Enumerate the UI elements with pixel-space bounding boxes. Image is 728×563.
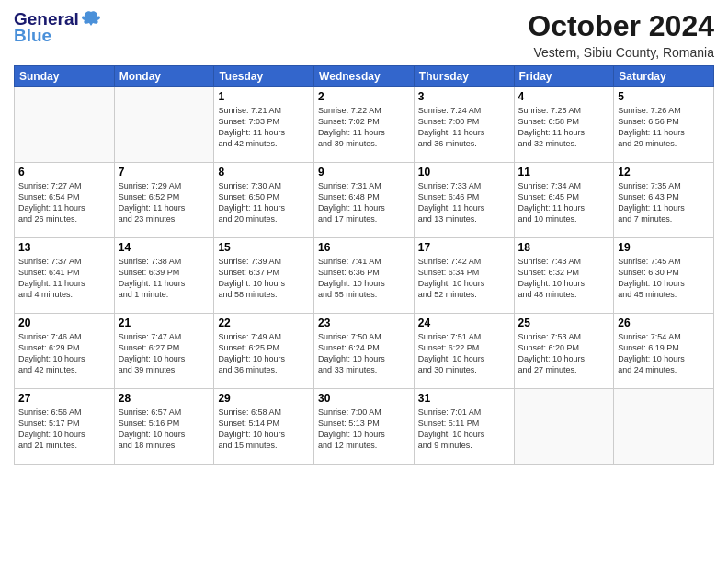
day-info: Sunrise: 7:00 AMSunset: 5:13 PMDaylight:… [318,407,410,452]
day-info: Sunrise: 7:33 AMSunset: 6:46 PMDaylight:… [418,180,510,225]
day-info: Sunrise: 7:41 AMSunset: 6:36 PMDaylight:… [318,256,410,301]
title-section: October 2024 Vestem, Sibiu County, Roman… [528,9,714,60]
header: General Blue October 2024 Vestem, Sibiu … [14,9,714,60]
calendar-week-row: 20Sunrise: 7:46 AMSunset: 6:29 PMDayligh… [15,314,714,389]
day-number: 9 [318,166,410,178]
location: Vestem, Sibiu County, Romania [528,45,714,60]
day-info: Sunrise: 7:47 AMSunset: 6:27 PMDaylight:… [119,331,210,376]
day-info: Sunrise: 7:30 AMSunset: 6:50 PMDaylight:… [218,180,310,225]
table-row: 29Sunrise: 6:58 AMSunset: 5:14 PMDayligh… [214,389,314,465]
day-number: 11 [518,166,610,178]
table-row: 28Sunrise: 6:57 AMSunset: 5:16 PMDayligh… [114,389,214,465]
table-row: 15Sunrise: 7:39 AMSunset: 6:37 PMDayligh… [214,238,314,314]
day-info: Sunrise: 7:21 AMSunset: 7:03 PMDaylight:… [218,105,310,150]
day-info: Sunrise: 7:42 AMSunset: 6:34 PMDaylight:… [418,256,510,301]
table-row: 25Sunrise: 7:53 AMSunset: 6:20 PMDayligh… [514,314,614,389]
table-row: 1Sunrise: 7:21 AMSunset: 7:03 PMDaylight… [214,87,314,163]
logo-blue: Blue [14,26,51,46]
day-number: 4 [518,90,610,103]
day-info: Sunrise: 7:34 AMSunset: 6:45 PMDaylight:… [518,180,610,225]
header-wednesday: Wednesday [314,66,415,87]
day-number: 6 [18,166,110,178]
day-number: 22 [218,316,310,329]
table-row [614,389,714,465]
table-row: 16Sunrise: 7:41 AMSunset: 6:36 PMDayligh… [314,238,415,314]
day-info: Sunrise: 7:38 AMSunset: 6:39 PMDaylight:… [119,256,210,301]
table-row: 8Sunrise: 7:30 AMSunset: 6:50 PMDaylight… [214,163,314,238]
table-row: 26Sunrise: 7:54 AMSunset: 6:19 PMDayligh… [614,314,714,389]
day-number: 31 [418,392,510,405]
day-info: Sunrise: 7:51 AMSunset: 6:22 PMDaylight:… [418,331,510,376]
table-row: 23Sunrise: 7:50 AMSunset: 6:24 PMDayligh… [314,314,415,389]
table-row: 27Sunrise: 6:56 AMSunset: 5:17 PMDayligh… [15,389,115,465]
month-title: October 2024 [528,9,714,43]
day-number: 24 [418,316,510,329]
table-row: 31Sunrise: 7:01 AMSunset: 5:11 PMDayligh… [414,389,514,465]
day-info: Sunrise: 7:26 AMSunset: 6:56 PMDaylight:… [618,105,710,150]
calendar-week-row: 6Sunrise: 7:27 AMSunset: 6:54 PMDaylight… [15,163,714,238]
day-number: 12 [618,166,710,178]
header-monday: Monday [114,66,214,87]
day-number: 26 [618,316,710,329]
header-sunday: Sunday [15,66,115,87]
day-info: Sunrise: 7:37 AMSunset: 6:41 PMDaylight:… [18,256,110,301]
header-tuesday: Tuesday [214,66,314,87]
day-info: Sunrise: 7:39 AMSunset: 6:37 PMDaylight:… [218,256,310,301]
day-info: Sunrise: 7:46 AMSunset: 6:29 PMDaylight:… [18,331,110,376]
table-row: 9Sunrise: 7:31 AMSunset: 6:48 PMDaylight… [314,163,415,238]
day-number: 15 [218,241,310,254]
table-row: 12Sunrise: 7:35 AMSunset: 6:43 PMDayligh… [614,163,714,238]
table-row: 20Sunrise: 7:46 AMSunset: 6:29 PMDayligh… [15,314,115,389]
day-number: 21 [119,316,210,329]
table-row: 14Sunrise: 7:38 AMSunset: 6:39 PMDayligh… [114,238,214,314]
table-row: 7Sunrise: 7:29 AMSunset: 6:52 PMDaylight… [114,163,214,238]
table-row: 21Sunrise: 7:47 AMSunset: 6:27 PMDayligh… [114,314,214,389]
day-info: Sunrise: 7:31 AMSunset: 6:48 PMDaylight:… [318,180,410,225]
table-row: 4Sunrise: 7:25 AMSunset: 6:58 PMDaylight… [514,87,614,163]
calendar-week-row: 1Sunrise: 7:21 AMSunset: 7:03 PMDaylight… [15,87,714,163]
table-row: 3Sunrise: 7:24 AMSunset: 7:00 PMDaylight… [414,87,514,163]
day-info: Sunrise: 7:54 AMSunset: 6:19 PMDaylight:… [618,331,710,376]
table-row: 13Sunrise: 7:37 AMSunset: 6:41 PMDayligh… [15,238,115,314]
day-info: Sunrise: 6:57 AMSunset: 5:16 PMDaylight:… [119,407,210,452]
table-row: 19Sunrise: 7:45 AMSunset: 6:30 PMDayligh… [614,238,714,314]
table-row: 5Sunrise: 7:26 AMSunset: 6:56 PMDaylight… [614,87,714,163]
table-row: 24Sunrise: 7:51 AMSunset: 6:22 PMDayligh… [414,314,514,389]
calendar: Sunday Monday Tuesday Wednesday Thursday… [14,65,714,465]
day-info: Sunrise: 7:27 AMSunset: 6:54 PMDaylight:… [18,180,110,225]
day-number: 10 [418,166,510,178]
day-info: Sunrise: 7:25 AMSunset: 6:58 PMDaylight:… [518,105,610,150]
calendar-week-row: 27Sunrise: 6:56 AMSunset: 5:17 PMDayligh… [15,389,714,465]
day-info: Sunrise: 6:56 AMSunset: 5:17 PMDaylight:… [18,407,110,452]
header-saturday: Saturday [614,66,714,87]
day-number: 28 [119,392,210,405]
day-number: 14 [119,241,210,254]
table-row [15,87,115,163]
day-number: 25 [518,316,610,329]
table-row [114,87,214,163]
day-number: 13 [18,241,110,254]
day-info: Sunrise: 7:53 AMSunset: 6:20 PMDaylight:… [518,331,610,376]
table-row: 18Sunrise: 7:43 AMSunset: 6:32 PMDayligh… [514,238,614,314]
table-row: 17Sunrise: 7:42 AMSunset: 6:34 PMDayligh… [414,238,514,314]
table-row: 2Sunrise: 7:22 AMSunset: 7:02 PMDaylight… [314,87,415,163]
day-info: Sunrise: 7:50 AMSunset: 6:24 PMDaylight:… [318,331,410,376]
day-number: 16 [318,241,410,254]
day-info: Sunrise: 7:43 AMSunset: 6:32 PMDaylight:… [518,256,610,301]
table-row: 30Sunrise: 7:00 AMSunset: 5:13 PMDayligh… [314,389,415,465]
day-info: Sunrise: 7:45 AMSunset: 6:30 PMDaylight:… [618,256,710,301]
header-friday: Friday [514,66,614,87]
weekday-header-row: Sunday Monday Tuesday Wednesday Thursday… [15,66,714,87]
day-number: 7 [119,166,210,178]
day-info: Sunrise: 7:24 AMSunset: 7:00 PMDaylight:… [418,105,510,150]
table-row: 10Sunrise: 7:33 AMSunset: 6:46 PMDayligh… [414,163,514,238]
day-number: 29 [218,392,310,405]
day-number: 17 [418,241,510,254]
day-info: Sunrise: 7:22 AMSunset: 7:02 PMDaylight:… [318,105,410,150]
table-row: 11Sunrise: 7:34 AMSunset: 6:45 PMDayligh… [514,163,614,238]
logo: General Blue [14,9,101,46]
day-number: 2 [318,90,410,103]
day-info: Sunrise: 7:35 AMSunset: 6:43 PMDaylight:… [618,180,710,225]
day-info: Sunrise: 7:01 AMSunset: 5:11 PMDaylight:… [418,407,510,452]
day-number: 30 [318,392,410,405]
